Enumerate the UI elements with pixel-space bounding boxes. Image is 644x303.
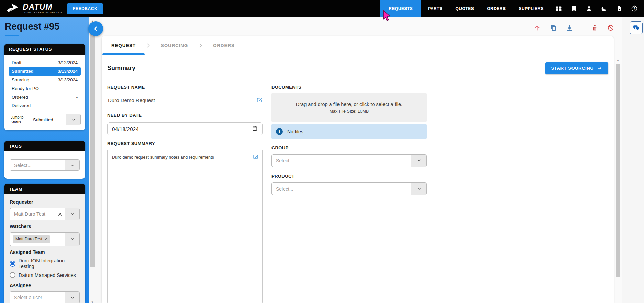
chevron-down-icon[interactable]: [65, 160, 79, 170]
main-scrollbar[interactable]: ▲: [615, 58, 621, 303]
dropzone-max-size: Max File Size: 10MB: [330, 109, 369, 114]
brand-logo[interactable]: DATUM LOGIC BASED SOURCING: [5, 2, 62, 15]
radio-option-label: Datum Managed Services: [19, 272, 76, 278]
delete-trash-icon[interactable]: [591, 24, 598, 32]
request-status-body: Draft 3/13/2024 Submitted 3/13/2024 Sour…: [4, 55, 85, 130]
edit-request-name-button[interactable]: [256, 97, 263, 103]
brand-tagline: LOGIC BASED SOURCING: [23, 12, 62, 14]
title-underline: [5, 35, 19, 36]
top-nav-bar: DATUM LOGIC BASED SOURCING FEEDBACK REQU…: [0, 0, 644, 17]
scroll-up-arrow[interactable]: ▲: [615, 58, 620, 63]
scroll-down-arrow[interactable]: ▼: [90, 300, 95, 303]
requester-select[interactable]: Matt Duro Test: [10, 208, 80, 220]
dropzone-instruction: Drag and drop a file here, or click to s…: [296, 102, 402, 107]
sidebar-scrollbar[interactable]: ▲ ▼: [90, 19, 95, 303]
arrow-right-icon: [597, 66, 602, 71]
nav-item-suppliers[interactable]: SUPPLIERS: [512, 0, 550, 17]
app-window: DATUM LOGIC BASED SOURCING FEEDBACK REQU…: [0, 0, 644, 303]
tags-select[interactable]: Select...: [10, 159, 80, 171]
help-icon[interactable]: ?: [631, 5, 638, 12]
status-row-ordered[interactable]: Ordered -: [9, 93, 81, 101]
clear-x-icon[interactable]: [55, 208, 65, 220]
group-label: GROUP: [271, 145, 427, 150]
user-icon[interactable]: [585, 5, 592, 12]
nav-item-quotes[interactable]: QUOTES: [449, 0, 480, 17]
feedback-button[interactable]: FEEDBACK: [67, 3, 103, 14]
apps-grid-icon[interactable]: [555, 5, 562, 12]
chat-button[interactable]: [630, 21, 643, 34]
tab-orders[interactable]: ORDERS: [203, 36, 244, 55]
radio-selected-icon[interactable]: [10, 261, 15, 267]
nav-item-requests[interactable]: REQUESTS: [380, 0, 421, 17]
assignee-select[interactable]: Select a user...: [10, 291, 80, 303]
download-icon[interactable]: [566, 24, 573, 32]
dark-mode-moon-icon[interactable]: [600, 5, 608, 12]
request-fields-column: REQUEST NAME Duro Demo Request NEED BY D…: [107, 85, 263, 303]
request-detail-panel: REQUEST SOURCING ORDERS Summary START SO…: [102, 36, 614, 303]
calendar-icon[interactable]: [252, 125, 258, 133]
brand-title: DATUM: [23, 3, 62, 11]
tags-header: TAGS: [4, 141, 85, 152]
watchers-select[interactable]: Matt Duro Test: [10, 232, 80, 246]
chevron-down-icon[interactable]: [65, 233, 79, 246]
tab-sourcing[interactable]: SOURCING: [151, 36, 198, 55]
status-label: Delivered: [12, 103, 31, 108]
copy-icon[interactable]: [549, 24, 557, 32]
radio-option-datum-managed[interactable]: Datum Managed Services: [10, 272, 80, 278]
upload-arrow-icon[interactable]: [533, 24, 541, 32]
tab-request[interactable]: REQUEST: [102, 36, 145, 55]
chevron-down-icon[interactable]: [411, 183, 426, 195]
radio-option-duro-ion[interactable]: Duro-ION Integration Testing: [10, 258, 80, 269]
status-label: Draft: [12, 60, 21, 65]
request-summary-textarea[interactable]: Duro demo request summary notes and requ…: [107, 150, 263, 303]
status-date: -: [76, 103, 78, 108]
status-row-submitted[interactable]: Submitted 3/13/2024: [9, 67, 81, 76]
team-header: TEAM: [4, 184, 85, 194]
collapse-sidebar-button[interactable]: [88, 21, 103, 36]
file-dropzone[interactable]: Drag and drop a file here, or click to s…: [271, 93, 427, 122]
nav-item-orders[interactable]: ORDERS: [480, 0, 512, 17]
file-export-icon[interactable]: [615, 5, 623, 12]
watchers-label: Watchers: [10, 224, 80, 229]
product-select[interactable]: Select...: [271, 182, 427, 195]
chevron-down-icon[interactable]: [66, 114, 80, 125]
sidebar-scroll-thumb[interactable]: [90, 25, 95, 267]
action-toolbar: [533, 21, 614, 35]
nav-item-parts[interactable]: PARTS: [421, 0, 449, 17]
need-by-date-input[interactable]: 04/18/2024: [107, 122, 263, 135]
jump-to-status-row: Jump to Status Submitted: [9, 114, 81, 125]
status-row-delivered[interactable]: Delivered -: [9, 101, 81, 110]
chevron-down-icon[interactable]: [65, 208, 79, 220]
edit-pencil-icon: [253, 154, 259, 160]
chevron-down-icon[interactable]: [411, 155, 426, 167]
nav-icon-group: ?: [555, 5, 638, 12]
group-select-placeholder: Select...: [272, 155, 411, 167]
no-files-text: No files.: [287, 129, 305, 134]
chevron-down-icon[interactable]: [65, 292, 79, 303]
request-summary-value: Duro demo request summary notes and requ…: [112, 154, 214, 160]
status-label: Submitted: [12, 69, 34, 74]
main-scroll-thumb[interactable]: [616, 64, 620, 277]
status-date: -: [76, 86, 78, 91]
status-label: Ready for PO: [12, 86, 39, 91]
status-row-ready-for-po[interactable]: Ready for PO -: [9, 84, 81, 93]
assignee-label: Assignee: [10, 283, 80, 288]
cancel-ban-icon[interactable]: [607, 24, 614, 32]
need-by-date-label: NEED BY DATE: [107, 113, 263, 118]
request-sidebar: Request #95 REQUEST STATUS Draft 3/13/20…: [0, 17, 89, 303]
status-row-sourcing[interactable]: Sourcing 3/13/2024: [9, 76, 81, 84]
radio-unselected-icon[interactable]: [10, 272, 15, 278]
request-title: Request #95: [5, 21, 89, 32]
chip-remove-x-icon[interactable]: [44, 238, 47, 241]
group-select[interactable]: Select...: [271, 154, 427, 167]
nav-menu: REQUESTS PARTS QUOTES ORDERS SUPPLIERS: [380, 0, 644, 17]
jump-to-status-select[interactable]: Submitted: [29, 114, 81, 125]
status-date: 3/13/2024: [58, 77, 78, 82]
building-icon[interactable]: [570, 5, 577, 12]
status-row-draft[interactable]: Draft 3/13/2024: [9, 58, 81, 67]
summary-header-row: Summary START SOURCING: [102, 55, 614, 79]
start-sourcing-button[interactable]: START SOURCING: [545, 62, 608, 74]
logo-arrow-icon: [5, 2, 21, 15]
edit-request-summary-button[interactable]: [253, 154, 259, 160]
documents-column: DOCUMENTS Drag and drop a file here, or …: [271, 85, 427, 303]
